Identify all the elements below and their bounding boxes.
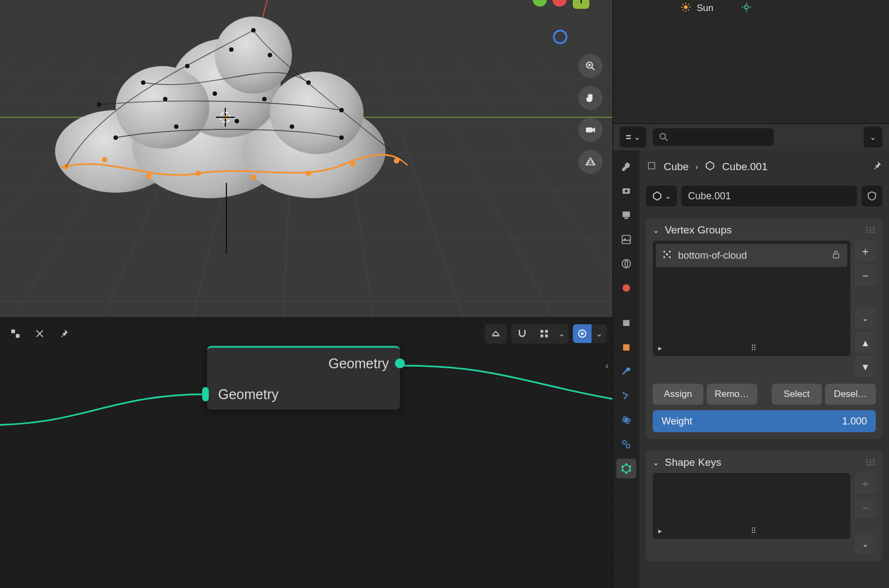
pan-hand-icon[interactable] <box>578 86 603 110</box>
vertex-groups-list[interactable]: bottom-of-cloud ▸ ⠿ <box>653 241 850 356</box>
drag-handle-icon[interactable]: ፧፧፧ <box>866 224 876 236</box>
tab-render-icon[interactable] <box>616 181 636 201</box>
snap-dropdown-icon[interactable]: ⌄ <box>555 324 568 344</box>
svg-line-25 <box>592 68 595 70</box>
node-parent-button[interactable] <box>485 324 507 344</box>
svg-rect-33 <box>12 330 15 334</box>
svg-point-12 <box>251 28 256 32</box>
properties-editor: ⌄ ⌄ Cube › Cube.001 <box>612 123 889 588</box>
zoom-icon[interactable] <box>578 54 603 78</box>
gizmo-y-icon[interactable] <box>533 0 547 7</box>
svg-line-75 <box>624 393 627 395</box>
viewport-grid <box>0 62 612 317</box>
remove-button[interactable]: Remo… <box>707 384 757 405</box>
outliner-item-sun[interactable]: Sun <box>680 0 752 17</box>
editor-type-icon[interactable] <box>6 324 25 344</box>
tab-constraints-icon[interactable] <box>616 434 636 454</box>
tab-mesh-data-icon[interactable] <box>616 459 636 478</box>
snap-mode-icon[interactable] <box>533 324 555 344</box>
gizmo-y-label-icon[interactable]: Y <box>573 0 589 9</box>
output-socket[interactable] <box>395 358 405 368</box>
ground-stick <box>226 183 227 254</box>
svg-point-90 <box>669 251 670 252</box>
snap-toggle-icon[interactable] <box>511 324 533 344</box>
tab-physics-icon[interactable] <box>616 410 636 430</box>
tab-world-icon[interactable] <box>616 278 636 298</box>
svg-line-76 <box>625 395 627 398</box>
overlay-toggle-icon[interactable] <box>573 324 592 343</box>
disclosure-icon[interactable]: ⌄ <box>653 458 659 467</box>
tab-modifiers-icon[interactable] <box>616 362 636 382</box>
svg-rect-93 <box>666 253 668 255</box>
node-editor[interactable]: ⌄ ⌄ Geometry Geometry <box>0 317 612 588</box>
mesh-name-field[interactable]: Cube.001 <box>681 186 857 206</box>
svg-line-51 <box>688 4 689 5</box>
drag-grip-icon[interactable]: ⠿ <box>751 526 756 535</box>
remove-vertex-group-icon[interactable]: － <box>855 265 876 286</box>
tab-tool-icon[interactable] <box>616 157 636 177</box>
svg-rect-64 <box>622 211 630 217</box>
disclosure-icon[interactable]: ⌄ <box>653 226 659 235</box>
pin-icon[interactable] <box>54 324 74 344</box>
svg-point-44 <box>684 5 688 9</box>
tab-viewlayer-icon[interactable] <box>616 230 636 249</box>
camera-view-icon[interactable] <box>578 118 603 142</box>
svg-line-49 <box>682 4 684 5</box>
editor-type-dropdown[interactable]: ⌄ <box>620 127 646 148</box>
drag-grip-icon[interactable]: ⠿ <box>751 344 756 352</box>
tab-object-icon[interactable] <box>616 337 636 357</box>
shape-key-menu-icon[interactable]: ⌄ <box>855 533 876 554</box>
svg-point-67 <box>622 260 631 268</box>
add-shape-key-icon[interactable]: ＋ <box>855 473 876 494</box>
shape-keys-header[interactable]: ⌄ Shape Keys ፧፧፧ <box>653 456 876 473</box>
vertex-groups-panel: ⌄ Vertex Groups ፧፧፧ bottom-of-cloud <box>646 219 882 439</box>
select-button[interactable]: Select <box>772 384 822 405</box>
svg-rect-88 <box>648 162 655 169</box>
outliner[interactable]: Sun <box>612 0 889 123</box>
pin-icon[interactable] <box>871 160 882 174</box>
properties-search-input[interactable] <box>653 128 774 146</box>
tab-scene-icon[interactable] <box>616 254 636 274</box>
3d-viewport[interactable]: Y <box>0 0 612 317</box>
move-up-icon[interactable]: ▴ <box>855 332 876 353</box>
properties-body: Cube › Cube.001 ⌄ Cube.001 ⌄ Ver <box>639 150 889 588</box>
options-dropdown-icon[interactable]: ⌄ <box>864 127 882 148</box>
vertex-group-item[interactable]: bottom-of-cloud <box>656 244 847 267</box>
fake-user-shield-icon[interactable] <box>861 186 882 206</box>
drag-handle-icon[interactable]: ፧፧፧ <box>866 456 876 469</box>
mesh-datablock-dropdown[interactable]: ⌄ <box>646 186 677 206</box>
gizmo-z-icon[interactable] <box>553 30 567 44</box>
vertex-groups-header[interactable]: ⌄ Vertex Groups ፧፧፧ <box>653 224 876 241</box>
assign-button[interactable]: Assign <box>653 384 703 405</box>
move-down-icon[interactable]: ▾ <box>855 356 876 377</box>
weight-field[interactable]: Weight 1.000 <box>653 410 876 432</box>
svg-rect-37 <box>492 335 499 337</box>
input-socket-label: Geometry <box>218 386 279 402</box>
breadcrumb-separator-icon: › <box>695 162 698 171</box>
add-vertex-group-icon[interactable]: ＋ <box>855 241 876 262</box>
mesh-name-text: Cube.001 <box>688 190 731 202</box>
remove-shape-key-icon[interactable]: － <box>855 497 876 518</box>
reveal-sidebar-icon[interactable]: ‹ <box>605 360 613 372</box>
overlay-dropdown-icon[interactable]: ⌄ <box>592 324 607 343</box>
lock-icon[interactable] <box>831 249 842 263</box>
svg-line-50 <box>688 9 689 10</box>
vertex-group-menu-icon[interactable]: ⌄ <box>855 308 876 329</box>
geometry-node[interactable]: Geometry Geometry <box>207 346 400 410</box>
deselect-button[interactable]: Desel… <box>825 384 876 405</box>
tab-collection-icon[interactable] <box>616 313 636 333</box>
close-region-icon[interactable] <box>30 324 50 344</box>
tab-particles-icon[interactable] <box>616 386 636 406</box>
perspective-grid-icon[interactable] <box>578 150 603 174</box>
breadcrumb-data-label[interactable]: Cube.001 <box>722 161 767 173</box>
input-socket[interactable] <box>202 387 209 401</box>
svg-line-61 <box>665 139 668 141</box>
shape-keys-list[interactable]: ▸ ⠿ <box>653 473 850 539</box>
svg-point-53 <box>745 5 749 9</box>
light-data-icon[interactable] <box>741 2 752 15</box>
tab-output-icon[interactable] <box>616 205 636 225</box>
expand-list-icon[interactable]: ▸ <box>658 526 662 535</box>
breadcrumb-object-label[interactable]: Cube <box>664 161 689 173</box>
gizmo-x-icon[interactable] <box>552 0 567 7</box>
expand-list-icon[interactable]: ▸ <box>658 344 662 352</box>
